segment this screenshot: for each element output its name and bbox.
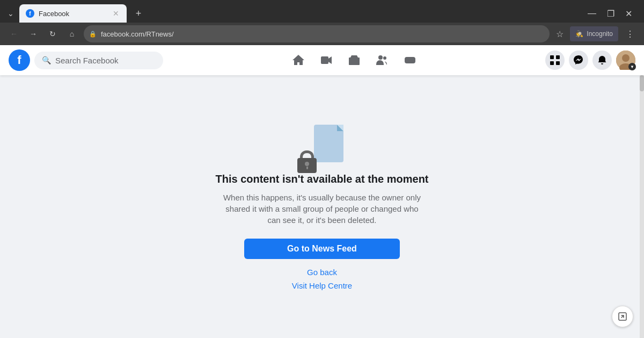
bookmark-btn[interactable]: ☆ [554, 27, 566, 41]
tab-favicon: f [26, 9, 34, 18]
search-icon: 🔍 [42, 56, 51, 64]
incognito-btn[interactable]: 🕵 Incognito [570, 26, 618, 41]
back-btn[interactable]: ← [6, 26, 21, 41]
refresh-btn[interactable]: ↻ [45, 26, 60, 41]
error-container: This content isn't available at the mome… [194, 98, 450, 316]
minimize-btn[interactable]: — [584, 8, 599, 19]
active-tab[interactable]: f Facebook ✕ [19, 4, 127, 23]
svg-rect-12 [556, 55, 560, 59]
scrollbar[interactable] [640, 75, 644, 338]
floating-action-btn[interactable] [612, 306, 633, 327]
search-placeholder-text: Search Facebook [55, 56, 119, 65]
home-btn[interactable]: ⌂ [64, 26, 79, 41]
tab-close-btn[interactable]: ✕ [112, 9, 120, 18]
messenger-btn[interactable] [569, 51, 588, 70]
avatar-dropdown-icon: ▼ [628, 63, 636, 70]
tab-title: Facebook [39, 10, 108, 18]
svg-rect-11 [550, 55, 554, 59]
svg-point-4 [378, 55, 383, 60]
nav-home-icon[interactable] [286, 47, 311, 73]
url-bar-container: 🔒 [84, 25, 550, 42]
url-input[interactable] [84, 25, 550, 42]
facebook-main-content: This content isn't available at the mome… [0, 75, 644, 338]
svg-rect-14 [556, 61, 560, 65]
incognito-label: Incognito [587, 30, 613, 38]
error-icon [295, 119, 349, 173]
tab-bar: ⌄ f Facebook ✕ + — ❐ ✕ [0, 0, 644, 23]
go-back-link[interactable]: Go back [307, 268, 337, 277]
nav-people-icon[interactable] [369, 47, 395, 73]
browser-window: ⌄ f Facebook ✕ + — ❐ ✕ ← → ↻ ⌂ 🔒 ☆ 🕵 Inc… [0, 0, 644, 338]
error-description: When this happens, it's usually because … [220, 192, 424, 226]
apps-btn[interactable] [545, 51, 565, 70]
forward-btn[interactable]: → [26, 26, 41, 41]
address-bar: ← → ↻ ⌂ 🔒 ☆ 🕵 Incognito ⋮ [0, 23, 644, 45]
visit-help-link[interactable]: Visit Help Centre [292, 281, 352, 290]
lock-icon [297, 150, 317, 173]
svg-point-5 [383, 56, 386, 60]
svg-point-10 [413, 60, 414, 61]
window-controls: — ❐ ✕ [580, 8, 640, 20]
nav-video-icon[interactable] [313, 47, 339, 73]
incognito-icon: 🕵 [575, 30, 583, 38]
close-btn[interactable]: ✕ [622, 8, 635, 20]
user-avatar[interactable]: ▼ [616, 51, 635, 70]
new-tab-btn[interactable]: + [131, 6, 146, 21]
facebook-nav-center [163, 47, 545, 73]
nav-store-icon[interactable] [341, 47, 367, 73]
facebook-navbar: f 🔍 Search Facebook [0, 45, 644, 75]
facebook-search[interactable]: 🔍 Search Facebook [34, 52, 163, 69]
maximize-btn[interactable]: ❐ [604, 8, 618, 20]
svg-rect-3 [353, 60, 356, 62]
tab-dropdown-btn[interactable]: ⌄ [4, 7, 17, 20]
svg-rect-13 [550, 61, 554, 65]
go-to-newsfeed-btn[interactable]: Go to News Feed [244, 239, 400, 259]
svg-point-16 [622, 54, 630, 62]
svg-rect-0 [321, 56, 328, 64]
facebook-logo[interactable]: f [9, 49, 30, 71]
secure-icon: 🔒 [89, 31, 97, 38]
more-options-btn[interactable]: ⋮ [623, 27, 638, 41]
error-title: This content isn't available at the mome… [215, 173, 428, 185]
notifications-btn[interactable] [592, 51, 612, 70]
svg-marker-1 [328, 56, 332, 64]
nav-gaming-icon[interactable] [397, 47, 423, 73]
svg-point-9 [412, 59, 413, 60]
scrollbar-thumb [640, 75, 644, 91]
facebook-nav-right: ▼ [545, 51, 635, 70]
